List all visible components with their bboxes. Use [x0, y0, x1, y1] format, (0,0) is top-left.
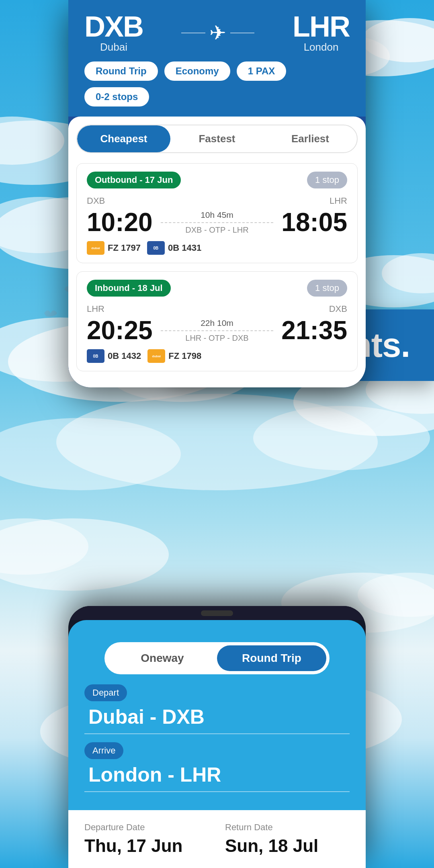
airline1-logo: dubai — [87, 241, 104, 255]
outbound-arrive-time: 18:05 — [281, 209, 347, 235]
inbound-times-row: 20:25 22h 10m LHR - OTP - DXB 21:35 — [87, 317, 347, 343]
outbound-badge: Outbound - 17 Jun — [87, 172, 181, 188]
trip-selector: Oneway Round Trip — [104, 642, 330, 674]
phone-notch — [68, 606, 366, 620]
outbound-segment-header: Outbound - 17 Jun 1 stop — [87, 172, 347, 188]
return-date-value: Sun, 18 Jul — [225, 836, 350, 856]
tab-cheapest[interactable]: Cheapest — [77, 125, 170, 152]
airline2-logo: 0B — [147, 241, 165, 255]
date-row: Departure Date Thu, 17 Jun Return Date S… — [84, 822, 350, 856]
tab-fastest[interactable]: Fastest — [170, 125, 264, 152]
inbound-airline-1: 0B 0B 1432 — [87, 349, 141, 363]
outbound-dest: LHR — [330, 196, 347, 206]
depart-value[interactable]: Dubai - DXB — [84, 705, 350, 734]
airline1-code: FZ 1797 — [108, 243, 141, 253]
inbound-airlines: 0B 0B 1432 dubai FZ 1798 — [87, 349, 347, 363]
inbound-route-middle: 22h 10m LHR - OTP - DXB — [153, 318, 282, 343]
chip-stops[interactable]: 0-2 stops — [84, 87, 149, 106]
inbound-arrive-time: 21:35 — [281, 317, 347, 343]
inbound-duration: 22h 10m — [161, 318, 274, 328]
origin-code: DXB — [84, 12, 143, 41]
inbound-flight-card[interactable]: Inbound - 18 Jul 1 stop LHR DXB 20:25 22… — [76, 271, 358, 371]
inbound-airline-2: dubai FZ 1798 — [147, 349, 201, 363]
date-section: Departure Date Thu, 17 Jun Return Date S… — [68, 810, 366, 868]
outbound-route-middle: 10h 45m DXB - OTP - LHR — [153, 210, 282, 235]
outbound-depart-time: 10:20 — [87, 209, 153, 235]
outbound-flight-card[interactable]: Outbound - 17 Jun 1 stop DXB LHR 10:20 1… — [76, 163, 358, 263]
filter-chips: Round Trip Economy 1 PAX 0-2 stops — [68, 61, 366, 117]
origin-name: Dubai — [84, 41, 143, 53]
trip-option-oneway[interactable]: Oneway — [108, 645, 217, 671]
top-phone-frame: DXB Dubai ✈ LHR London Round Trip Econom… — [68, 0, 366, 387]
inbound-airline2-logo: dubai — [147, 349, 165, 363]
inbound-segment-header: Inbound - 18 Jul 1 stop — [87, 280, 347, 297]
outbound-airport-row: DXB LHR — [87, 196, 347, 206]
plane-icon-container: ✈ — [181, 21, 254, 45]
return-date-label: Return Date — [225, 822, 350, 833]
airline2-code: 0B 1431 — [168, 243, 201, 253]
outbound-times-row: 10:20 10h 45m DXB - OTP - LHR 18:05 — [87, 209, 347, 235]
outbound-duration: 10h 45m — [161, 210, 274, 220]
inbound-dest: DXB — [329, 304, 347, 314]
outbound-airline-1: dubai FZ 1797 — [87, 241, 141, 255]
depart-label: Depart — [84, 684, 127, 701]
outbound-route-path: DXB - OTP - LHR — [161, 225, 274, 235]
plane-icon: ✈ — [209, 21, 226, 45]
bottom-phone-frame: Oneway Round Trip Depart Dubai - DXB Arr… — [68, 606, 366, 868]
arrive-value[interactable]: London - LHR — [84, 763, 350, 792]
inbound-airline2-code: FZ 1798 — [168, 351, 201, 361]
departure-date-value: Thu, 17 Jun — [84, 836, 209, 856]
plane-line-right — [230, 33, 254, 33]
trip-option-round-trip[interactable]: Round Trip — [217, 645, 326, 671]
chip-economy[interactable]: Economy — [164, 61, 230, 81]
origin-city: DXB Dubai — [84, 12, 143, 53]
results-content: Cheapest Fastest Earliest Outbound - 17 … — [68, 117, 366, 387]
arrive-label: Arrive — [84, 742, 123, 759]
inbound-stop-badge: 1 stop — [307, 280, 347, 297]
outbound-airline-2: 0B 0B 1431 — [147, 241, 201, 255]
outbound-airlines: dubai FZ 1797 0B 0B 1431 — [87, 241, 347, 255]
inbound-badge: Inbound - 18 Jul — [87, 280, 171, 297]
inbound-route-path: LHR - OTP - DXB — [161, 334, 274, 343]
notch-pill — [201, 610, 233, 616]
inbound-airport-row: LHR DXB — [87, 304, 347, 314]
dest-name: London — [293, 41, 350, 53]
outbound-stop-badge: 1 stop — [307, 172, 347, 188]
inbound-airline1-code: 0B 1432 — [108, 351, 141, 361]
departure-date-label: Departure Date — [84, 822, 209, 833]
departure-date-col[interactable]: Departure Date Thu, 17 Jun — [84, 822, 209, 856]
trip-selector-wrapper: Oneway Round Trip — [68, 620, 366, 674]
outbound-dotted-line — [161, 222, 274, 223]
dest-code: LHR — [293, 12, 350, 41]
return-date-col[interactable]: Return Date Sun, 18 Jul — [225, 822, 350, 856]
search-form: Depart Dubai - DXB Arrive London - LHR — [68, 674, 366, 810]
dest-city: LHR London — [293, 12, 350, 53]
inbound-depart-time: 20:25 — [87, 317, 153, 343]
inbound-origin: LHR — [87, 304, 104, 314]
sort-tab-bar: Cheapest Fastest Earliest — [76, 125, 358, 153]
plane-line-left — [181, 33, 205, 33]
inbound-dotted-line — [161, 330, 274, 331]
chip-pax[interactable]: 1 PAX — [237, 61, 287, 81]
tab-earliest[interactable]: Earliest — [264, 125, 357, 152]
inbound-airline1-logo: 0B — [87, 349, 104, 363]
route-header: DXB Dubai ✈ LHR London — [68, 0, 366, 61]
outbound-origin: DXB — [87, 196, 105, 206]
chip-round-trip[interactable]: Round Trip — [84, 61, 158, 81]
